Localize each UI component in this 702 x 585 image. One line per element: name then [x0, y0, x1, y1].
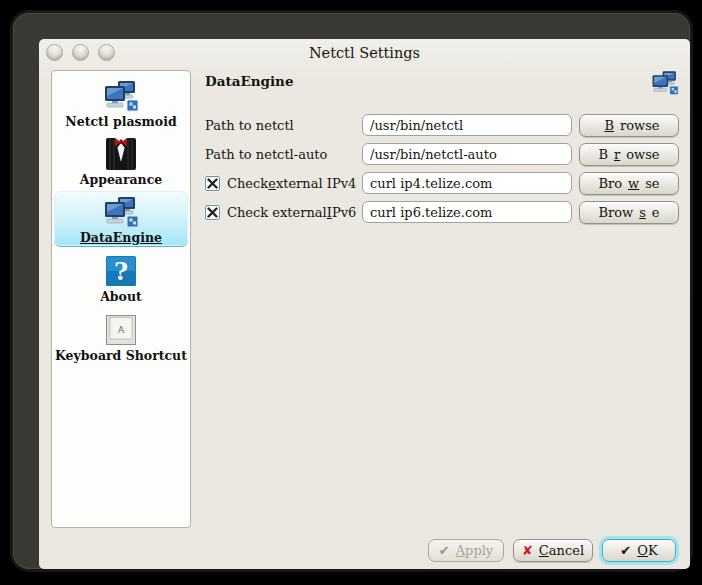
dataengine-form: Path to netctl Browse Path to netctl-aut… — [205, 114, 679, 223]
browse-netctl-auto-button[interactable]: Browse — [579, 143, 679, 166]
form-row-path-netctl: Path to netctl Browse — [205, 114, 679, 136]
keyboard-key-icon: A — [103, 312, 139, 348]
path-netctl-label: Path to netctl — [205, 118, 362, 133]
sidebar-item-netctl-plasmoid[interactable]: Netctl plasmoid — [54, 75, 188, 130]
dual-computers-icon — [651, 69, 679, 97]
sidebar-item-label: DataEngine — [80, 231, 162, 244]
sidebar-item-label: Keyboard Shortcut — [55, 349, 187, 362]
ipv4-checkbox[interactable] — [205, 176, 220, 191]
sidebar-item-keyboard-shortcut[interactable]: A Keyboard Shortcut — [54, 309, 188, 364]
checkmark-x-icon — [207, 178, 218, 189]
svg-text:A: A — [118, 324, 125, 334]
panel-title: DataEngine — [205, 69, 294, 89]
netctl-settings-dialog: Netctl Settings Netctl plasmoid — [39, 39, 690, 569]
ok-button[interactable]: ✔ OK — [602, 539, 676, 562]
dual-computers-icon — [103, 194, 139, 230]
ipv6-command-input[interactable] — [362, 201, 572, 223]
browse-netctl-button[interactable]: Browse — [579, 114, 679, 137]
apply-button[interactable]: ✔ Apply — [428, 539, 504, 562]
svg-text:?: ? — [114, 257, 128, 286]
window-frame: Netctl Settings Netctl plasmoid — [13, 13, 690, 569]
checkmark-x-icon — [207, 207, 218, 218]
browse-ipv6-button[interactable]: Browse — [579, 201, 679, 224]
titlebar[interactable]: Netctl Settings — [39, 39, 690, 67]
form-row-check-ipv4: Check external IPv4 Browse — [205, 172, 679, 194]
path-netctl-auto-label: Path to netctl-auto — [205, 147, 362, 162]
cancel-button[interactable]: ✘ Cancel — [513, 539, 593, 562]
sidebar-item-label: About — [100, 290, 142, 303]
tuxedo-bowtie-icon — [103, 136, 139, 172]
path-netctl-input[interactable] — [362, 114, 572, 136]
check-icon: ✔ — [439, 544, 450, 557]
check-ipv6-label[interactable]: Check external IPv6 — [205, 205, 362, 220]
browse-ipv4-button[interactable]: Browse — [579, 172, 679, 195]
window-title: Netctl Settings — [39, 45, 690, 61]
check-icon: ✔ — [620, 544, 631, 557]
dataengine-panel: DataEngine Path to netct — [205, 69, 679, 230]
sidebar-item-dataengine[interactable]: DataEngine — [54, 191, 188, 247]
sidebar-item-about[interactable]: ? About — [54, 250, 188, 305]
check-ipv4-label[interactable]: Check external IPv4 — [205, 176, 362, 191]
sidebar-item-label: Netctl plasmoid — [65, 115, 176, 128]
form-row-check-ipv6: Check external IPv6 Browse — [205, 201, 679, 223]
red-x-icon: ✘ — [522, 544, 533, 557]
ipv6-checkbox[interactable] — [205, 205, 220, 220]
path-netctl-auto-input[interactable] — [362, 143, 572, 165]
sidebar-item-appearance[interactable]: Appearance — [54, 133, 188, 188]
question-mark-icon: ? — [103, 253, 139, 289]
dual-computers-icon — [103, 78, 139, 114]
settings-category-list: Netctl plasmoid Appearance — [51, 70, 191, 528]
ipv4-command-input[interactable] — [362, 172, 572, 194]
dialog-buttons: ✔ Apply ✘ Cancel ✔ OK — [428, 539, 676, 562]
form-row-path-netctl-auto: Path to netctl-auto Browse — [205, 143, 679, 165]
sidebar-item-label: Appearance — [80, 173, 163, 186]
